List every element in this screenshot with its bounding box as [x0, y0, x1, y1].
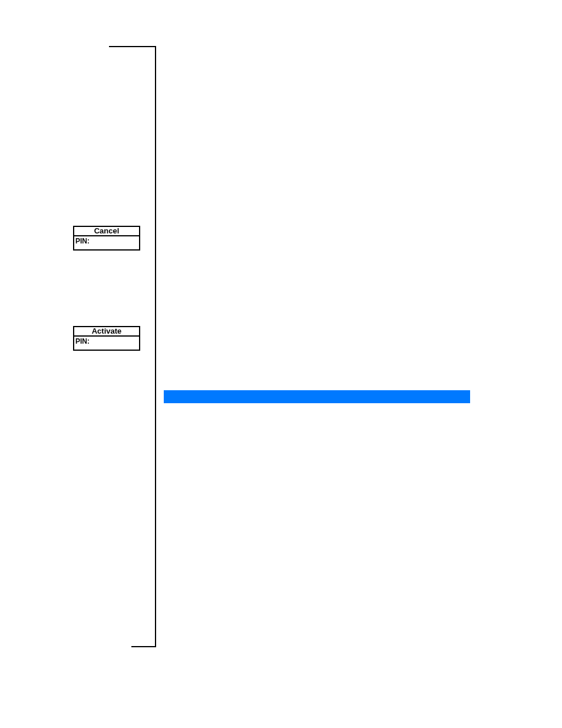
cancel-box-body: PIN: — [74, 236, 139, 249]
cancel-pin-label: PIN: — [75, 236, 90, 246]
activate-pin-box: Activate PIN: — [73, 326, 140, 351]
bracket-top-line — [109, 46, 156, 47]
activate-pin-label: PIN: — [75, 337, 90, 346]
activate-box-body: PIN: — [74, 337, 139, 350]
cancel-box-header: Cancel — [74, 227, 139, 236]
bracket-vertical-line — [155, 46, 156, 647]
highlight-bar — [164, 390, 470, 403]
bracket-bottom-line — [131, 646, 156, 647]
activate-box-header: Activate — [74, 327, 139, 337]
cancel-pin-box: Cancel PIN: — [73, 226, 140, 251]
